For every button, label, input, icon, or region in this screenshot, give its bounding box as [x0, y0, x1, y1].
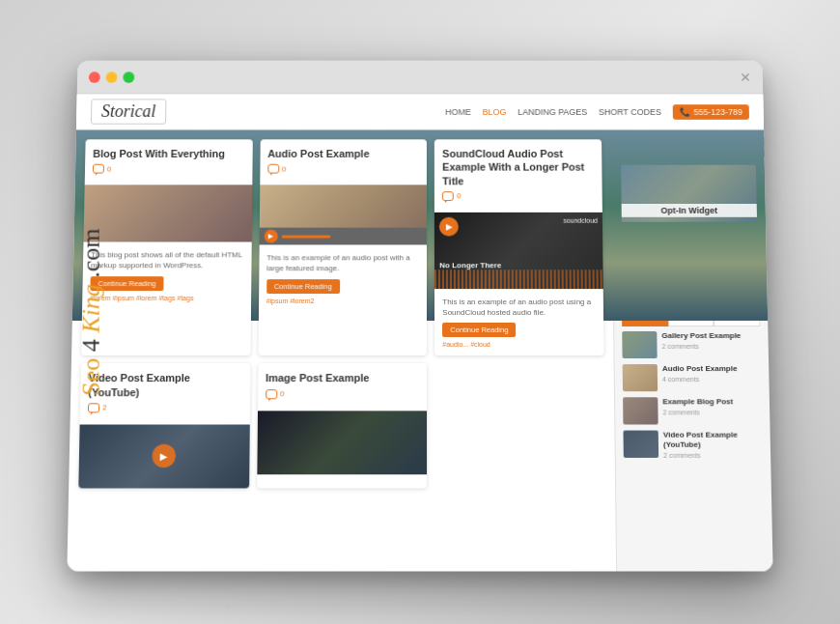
blog-card-5: Image Post Example 0 [257, 363, 428, 488]
card-text-2: This is an example of an audio post with… [266, 253, 419, 274]
watermark: Seo 4 King .com [77, 228, 106, 395]
card-content-1: Blog Post With Everything 0 [85, 139, 253, 184]
card-title-1: Blog Post With Everything [93, 147, 244, 160]
blog-grid: Blog Post With Everything 0 This blog po… [78, 139, 605, 488]
popular-info-4: Video Post Example (YouTube) 2 comments [663, 431, 763, 459]
card-title-2: Audio Post Example [267, 147, 419, 160]
card-comment-5: 0 [266, 389, 420, 399]
popular-title-3[interactable]: Example Blog Post [662, 398, 733, 408]
popular-title-4[interactable]: Video Post Example (YouTube) [663, 431, 763, 449]
soundcloud-widget: ▶ soundcloud No Longer There [434, 213, 602, 289]
nav-landing[interactable]: LANDING PAGES [518, 107, 587, 117]
popular-meta-4: 2 comments [663, 451, 763, 458]
popular-info-1: Gallery Post Example 2 comments [661, 331, 741, 350]
browser-window: ✕ Storical HOME BLOG LANDING PAGES SHORT… [67, 61, 772, 572]
popular-thumb-1 [622, 331, 657, 358]
popular-thumb-2 [623, 364, 658, 391]
popular-post-4: Video Post Example (YouTube) 2 comments [623, 431, 763, 459]
browser-chrome: ✕ [77, 61, 764, 95]
audio-progress[interactable] [281, 235, 422, 238]
popular-meta-1: 2 comments [661, 343, 741, 350]
content-area: Blog Post With Everything 0 This blog po… [67, 130, 772, 572]
comment-count-4: 2 [102, 404, 107, 412]
optin-hero-image: Opt-In Widget [621, 165, 757, 222]
comment-icon-5 [266, 389, 277, 399]
video-play-btn[interactable]: ▶ [153, 444, 177, 468]
blog-card-2: Audio Post Example 0 ▶ [258, 139, 427, 355]
dot-green[interactable] [123, 71, 134, 83]
dot-red[interactable] [89, 71, 100, 83]
read-more-btn-2[interactable]: Continue Reading [266, 279, 340, 294]
comment-icon-1 [93, 164, 104, 174]
audio-play-btn[interactable]: ▶ [264, 230, 277, 243]
sc-waveform [434, 269, 602, 289]
watermark-domain: .com [77, 228, 105, 277]
comment-count-3: 0 [457, 192, 461, 201]
card-content-5: Image Post Example 0 [258, 363, 428, 411]
card-thumb-5 [257, 411, 427, 474]
dot-yellow[interactable] [106, 71, 118, 83]
nav-phone[interactable]: 📞 555-123-789 [673, 104, 749, 120]
nav-shortcodes[interactable]: SHORT CODES [599, 107, 661, 117]
popular-info-2: Audio Post Example 4 comments [662, 364, 738, 383]
popular-post-1: Gallery Post Example 2 comments [622, 331, 761, 358]
sc-song-title: No Longer There [439, 261, 501, 269]
popular-title-1[interactable]: Gallery Post Example [661, 331, 741, 341]
nav-blog[interactable]: BLOG [483, 107, 507, 117]
popular-meta-2: 4 comments [662, 376, 738, 383]
watermark-number: 4 [77, 333, 105, 353]
card-content-2: Audio Post Example 0 [260, 139, 427, 184]
close-icon[interactable]: ✕ [740, 70, 751, 85]
card-text-3: This is an example of an audio post usin… [442, 297, 596, 318]
card-title-5: Image Post Example [266, 371, 419, 384]
audio-fill [281, 235, 330, 238]
sidebar: Search Opt-In Widget Use this in any wid… [611, 130, 773, 572]
site-logo: Storical [91, 99, 167, 124]
card-comment-4: 2 [88, 403, 242, 412]
popular-meta-3: 2 comments [662, 409, 733, 415]
website-content: Storical HOME BLOG LANDING PAGES SHORT C… [67, 95, 772, 572]
navigation: Storical HOME BLOG LANDING PAGES SHORT C… [76, 95, 764, 130]
card-content-3: SoundCloud Audio Post Example With a Lon… [434, 139, 602, 212]
comment-count-2: 0 [282, 165, 286, 174]
card-thumb-4: ▶ [78, 424, 249, 488]
card-title-3: SoundCloud Audio Post Example With a Lon… [442, 147, 595, 187]
browser-dots [89, 71, 135, 83]
phone-number: 555-123-789 [693, 107, 742, 117]
sc-logo: soundcloud [563, 217, 598, 224]
popular-info-3: Example Blog Post 2 comments [662, 398, 733, 416]
blog-card-3: SoundCloud Audio Post Example With a Lon… [434, 139, 603, 355]
watermark-seo: Seo [77, 358, 105, 396]
comment-icon-3 [442, 191, 454, 201]
card-comment-2: 0 [267, 164, 419, 174]
blog-card-1: Blog Post With Everything 0 This blog po… [81, 139, 252, 355]
read-more-btn-3[interactable]: Continue Reading [442, 323, 516, 337]
popular-title-2[interactable]: Audio Post Example [662, 364, 738, 374]
audio-bar: ▶ [259, 228, 427, 245]
card-comment-1: 0 [93, 164, 244, 174]
comment-icon-4 [88, 403, 99, 412]
card-comment-3: 0 [442, 191, 595, 201]
card-tags-3: #audio... #cloud [442, 341, 596, 348]
popular-post-3: Example Blog Post 2 comments [623, 398, 762, 425]
card-body-1: This blog post shows all of the default … [82, 242, 251, 309]
popular-post-2: Audio Post Example 4 comments [623, 364, 762, 391]
card-thumb-2 [260, 185, 428, 228]
watermark-king: King [77, 284, 105, 333]
comment-count-5: 0 [280, 389, 285, 398]
nav-links: HOME BLOG LANDING PAGES SHORT CODES 📞 55… [445, 104, 749, 120]
comment-icon-2 [267, 164, 279, 174]
popular-posts-list: Gallery Post Example 2 comments Audio Po… [622, 331, 763, 458]
card-text-1: This blog post shows all of the default … [91, 250, 244, 271]
card-thumb-1 [83, 185, 252, 242]
nav-home[interactable]: HOME [445, 107, 471, 117]
popular-thumb-4 [623, 431, 658, 458]
comment-count-1: 0 [107, 165, 112, 174]
card-body-2: This is an example of an audio post with… [259, 245, 428, 312]
popular-thumb-3 [623, 398, 658, 425]
card-title-4: Video Post Example (YouTube) [88, 371, 242, 399]
phone-icon: 📞 [680, 107, 690, 117]
card-body-3: This is an example of an audio post usin… [434, 289, 603, 355]
optin-title: Opt-In Widget [622, 204, 757, 217]
card-tags-1: #lorem #ipsum #lorem #tags #tags [90, 295, 243, 301]
